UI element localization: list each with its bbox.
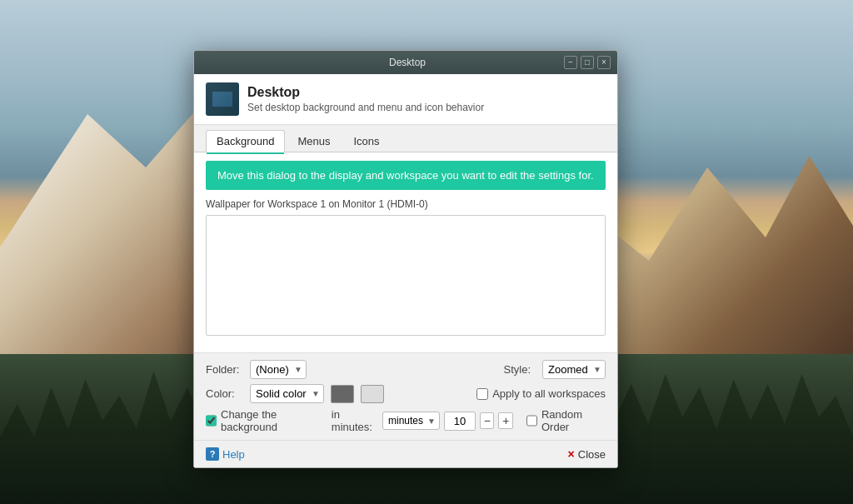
color-type-wrapper: Solid color ▼	[250, 384, 324, 403]
color-type-select[interactable]: Solid color	[250, 384, 324, 403]
tab-menus[interactable]: Menus	[287, 130, 341, 152]
dialog-footer: ? Help × Close	[194, 440, 617, 467]
minimize-button[interactable]: −	[564, 56, 577, 69]
help-link[interactable]: ? Help	[206, 447, 245, 461]
tab-icons[interactable]: Icons	[342, 130, 390, 152]
window-controls: − □ ×	[564, 56, 611, 69]
style-select-wrapper: Zoomed ▼	[542, 360, 606, 379]
change-bg-row: Change the background in minutes: minute…	[206, 408, 606, 433]
close-x-icon: ×	[568, 447, 575, 461]
dialog-content: Move this dialog to the display and work…	[194, 152, 617, 352]
tab-active-indicator	[207, 152, 284, 154]
apply-all-checkbox[interactable]	[476, 388, 488, 400]
folder-label: Folder:	[206, 363, 243, 376]
interval-value-input[interactable]	[444, 412, 476, 431]
close-button[interactable]: × Close	[568, 447, 606, 461]
title-bar: Desktop − □ ×	[194, 51, 617, 74]
maximize-button[interactable]: □	[581, 56, 594, 69]
app-icon-graphic	[212, 92, 232, 107]
interval-label: in minutes:	[332, 408, 377, 433]
controls-section: Folder: (None) ▼ Style: Zoomed ▼ Color:	[194, 352, 617, 440]
app-description: Set desktop background and menu and icon…	[247, 102, 484, 113]
title-bar-title: Desktop	[251, 57, 564, 68]
color-row: Color: Solid color ▼ Apply to all worksp…	[206, 384, 606, 403]
tab-background[interactable]: Background	[206, 130, 285, 152]
interval-unit-select[interactable]: minutes	[382, 412, 440, 430]
interval-unit-wrapper: minutes ▼	[382, 412, 440, 430]
desktop-dialog: Desktop − □ × Desktop Set desktop backgr…	[193, 50, 618, 468]
random-order-checkbox[interactable]	[526, 415, 537, 427]
window-close-button[interactable]: ×	[597, 56, 611, 69]
info-banner: Move this dialog to the display and work…	[206, 161, 606, 190]
app-icon	[206, 82, 239, 116]
interval-increment-button[interactable]: +	[498, 412, 513, 429]
wallpaper-preview[interactable]	[206, 215, 606, 336]
help-icon: ?	[206, 447, 219, 461]
change-bg-checkbox[interactable]	[206, 415, 217, 427]
color-swatch-primary[interactable]	[331, 385, 354, 403]
app-name: Desktop	[247, 85, 484, 100]
folder-select-wrapper: (None) ▼	[250, 360, 307, 379]
color-label: Color:	[206, 387, 243, 400]
header-text: Desktop Set desktop background and menu …	[247, 85, 484, 113]
change-bg-label[interactable]: Change the background	[206, 408, 325, 433]
random-order-label[interactable]: Random Order	[526, 408, 606, 433]
interval-decrement-button[interactable]: −	[480, 412, 495, 429]
dialog-header: Desktop Set desktop background and menu …	[194, 74, 617, 125]
wallpaper-label: Wallpaper for Workspace 1 on Monitor 1 (…	[206, 198, 606, 210]
folder-style-row: Folder: (None) ▼ Style: Zoomed ▼	[206, 360, 606, 379]
apply-all-label[interactable]: Apply to all workspaces	[476, 387, 606, 400]
folder-select[interactable]: (None)	[250, 360, 307, 379]
style-label: Style:	[503, 363, 531, 376]
color-swatch-secondary[interactable]	[361, 385, 384, 403]
style-select[interactable]: Zoomed	[542, 360, 606, 379]
interval-section: in minutes: minutes ▼ − +	[332, 408, 513, 433]
tab-bar: Background Menus Icons	[194, 125, 617, 152]
